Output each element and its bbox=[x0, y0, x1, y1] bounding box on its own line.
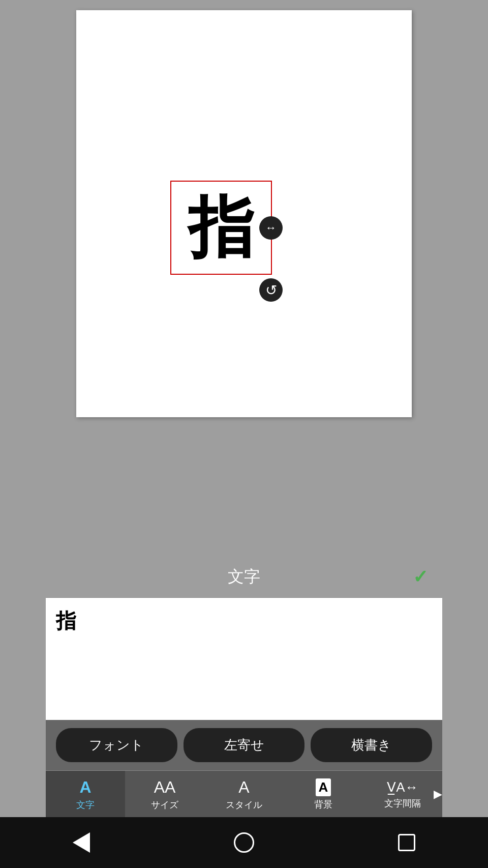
nav-recent-button[interactable] bbox=[394, 830, 419, 855]
tab-style-icon: A bbox=[238, 778, 249, 797]
text-input-content[interactable]: 指 bbox=[56, 607, 432, 635]
canvas-area: 指 ↔ ↺ bbox=[0, 0, 488, 427]
check-icon: ✓ bbox=[413, 566, 428, 587]
tab-moji-label: 文字 bbox=[76, 799, 95, 811]
tab-style[interactable]: A スタイル bbox=[204, 771, 284, 817]
text-box[interactable]: 指 ↔ ↺ bbox=[170, 181, 272, 275]
nav-home-button[interactable] bbox=[231, 830, 257, 855]
nav-home-icon bbox=[234, 832, 254, 853]
nav-recent-icon bbox=[398, 834, 415, 851]
confirm-button[interactable]: ✓ bbox=[409, 562, 432, 592]
text-input-area[interactable]: 指 bbox=[46, 598, 442, 720]
panel-header: 文字 ✓ bbox=[46, 557, 442, 598]
nav-back-icon bbox=[73, 832, 90, 853]
nav-bar bbox=[0, 817, 488, 868]
tab-bg-icon: A bbox=[316, 778, 331, 796]
tab-moji-icon: A bbox=[79, 778, 91, 797]
tab-spacing[interactable]: V̲A↔ 文字間隔 ▶ bbox=[363, 771, 442, 817]
direction-button[interactable]: 横書き bbox=[311, 728, 432, 762]
format-button-row: フォント 左寄せ 横書き bbox=[46, 720, 442, 770]
text-box-character: 指 bbox=[188, 195, 254, 261]
tab-moji[interactable]: A 文字 bbox=[46, 771, 125, 817]
tab-more-arrow: ▶ bbox=[434, 788, 442, 801]
tab-size-label: サイズ bbox=[151, 799, 178, 811]
text-box-container[interactable]: 指 ↔ ↺ bbox=[170, 181, 272, 275]
align-button[interactable]: 左寄せ bbox=[184, 728, 305, 762]
bottom-panel: 文字 ✓ 指 フォント 左寄せ 横書き A 文字 AA サイズ A スタイル A bbox=[46, 557, 442, 817]
panel-title: 文字 bbox=[228, 566, 260, 588]
tab-size-icon: AA bbox=[154, 778, 176, 797]
resize-icon: ↔ bbox=[265, 221, 277, 235]
font-button[interactable]: フォント bbox=[56, 728, 177, 762]
tab-bg-label: 背景 bbox=[314, 798, 332, 811]
tab-spacing-label: 文字間隔 bbox=[384, 797, 421, 809]
tab-bar: A 文字 AA サイズ A スタイル A 背景 V̲A↔ 文字間隔 ▶ bbox=[46, 770, 442, 817]
nav-back-button[interactable] bbox=[69, 830, 94, 855]
resize-handle[interactable]: ↔ bbox=[259, 216, 283, 240]
tab-spacing-icon: V̲A↔ bbox=[387, 779, 418, 795]
tab-size[interactable]: AA サイズ bbox=[125, 771, 204, 817]
tab-style-label: スタイル bbox=[226, 799, 262, 811]
rotate-handle[interactable]: ↺ bbox=[259, 278, 283, 302]
tab-bg[interactable]: A 背景 bbox=[284, 771, 363, 817]
document-page: 指 ↔ ↺ bbox=[76, 10, 412, 417]
rotate-icon: ↺ bbox=[265, 282, 277, 299]
